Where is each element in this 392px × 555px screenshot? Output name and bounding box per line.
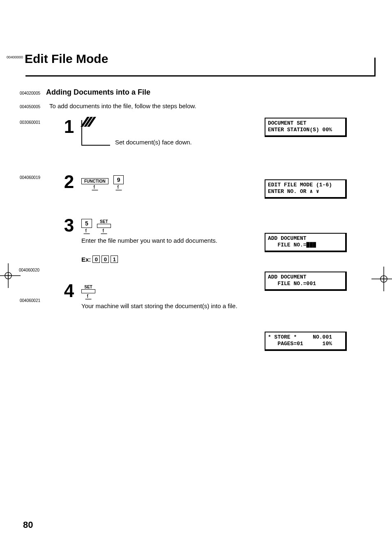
example-row: Ex: 0 0 1 <box>81 255 376 263</box>
step-1: 003060001 1 Set document(s) face down. <box>20 118 376 148</box>
five-key-icon: 5 <box>81 219 92 235</box>
step-side-code: 003060001 <box>20 120 40 125</box>
intro-row: 004050005 To add documents into the file… <box>20 102 376 109</box>
step-number: 4 <box>57 282 81 300</box>
press-icon <box>84 294 92 300</box>
document-feeder-icon <box>81 120 110 146</box>
example-digit: 0 <box>101 255 109 263</box>
step-caption: Enter the file number you want to add do… <box>81 237 376 244</box>
step-caption: Your machine will start storing the docu… <box>81 302 376 309</box>
subheading: Adding Documents into a File <box>46 88 150 97</box>
set-key-icon: SET <box>81 284 95 300</box>
press-icon <box>100 229 108 235</box>
nine-key-icon: 9 <box>113 175 124 191</box>
subheading-code: 004020005 <box>20 91 46 95</box>
steps-container: DOCUMENT SET ENTER STATION(S) 00% EDIT F… <box>20 118 376 309</box>
cropmark-icon <box>371 267 392 291</box>
step-side-code: 004060021 <box>20 298 40 303</box>
intro-code: 004050005 <box>20 104 46 109</box>
key-label: SET <box>97 219 110 224</box>
lcd-line: * STORE * NO.001 <box>268 334 332 340</box>
example-digit: 0 <box>92 255 100 263</box>
function-key-icon: FUNCTION <box>81 178 108 191</box>
press-icon <box>83 229 91 235</box>
lcd-display-5: * STORE * NO.001 PAGES=01 10% <box>265 332 347 351</box>
step-3: 3 5 SET Enter the file number you want t… <box>20 216 376 263</box>
title-box: 00400000 Edit File Mode <box>25 58 376 77</box>
key-label: 9 <box>113 175 124 184</box>
lcd-line: ADD DOCUMENT <box>268 274 307 280</box>
step-number: 3 <box>57 216 81 235</box>
press-icon <box>115 185 123 191</box>
title-code: 00400000 <box>7 55 23 59</box>
example-label: Ex: <box>81 256 91 263</box>
intro-text: To add documents into the file, follow t… <box>46 102 196 109</box>
step-2: 004060019 2 FUNCTION 9 <box>20 173 376 193</box>
key-label: 5 <box>81 219 92 228</box>
example-side-code: 004060020 <box>19 268 39 272</box>
lcd-line: PAGES=01 10% <box>268 341 332 347</box>
press-icon <box>91 185 99 191</box>
key-label: SET <box>82 284 95 289</box>
page-number: 80 <box>23 520 33 530</box>
page-title: Edit File Mode <box>25 52 111 66</box>
cropmark-icon <box>0 263 21 288</box>
step-caption: Set document(s) face down. <box>115 139 192 146</box>
example-digit: 1 <box>111 255 118 263</box>
subheading-row: 004020005 Adding Documents into a File <box>20 88 376 97</box>
set-key-icon: SET <box>97 219 111 235</box>
step-4: 004060021 4 SET Your machine will start … <box>20 282 376 309</box>
key-label: FUNCTION <box>81 178 108 184</box>
step-number: 2 <box>57 173 81 191</box>
step-side-code: 004060019 <box>20 175 40 180</box>
step-number: 1 <box>57 118 81 136</box>
